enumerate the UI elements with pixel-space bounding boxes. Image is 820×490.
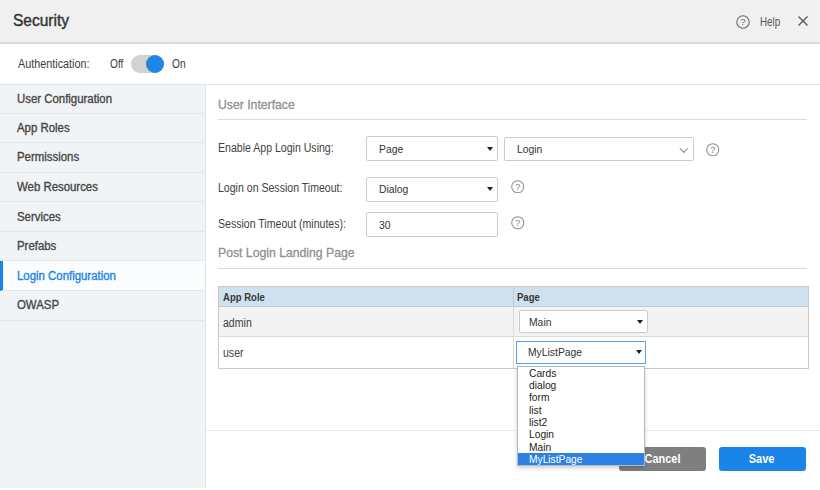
svg-text:?: ? <box>515 218 520 228</box>
svg-text:?: ? <box>515 182 520 192</box>
svg-text:?: ? <box>740 16 745 27</box>
svg-text:?: ? <box>710 145 715 155</box>
